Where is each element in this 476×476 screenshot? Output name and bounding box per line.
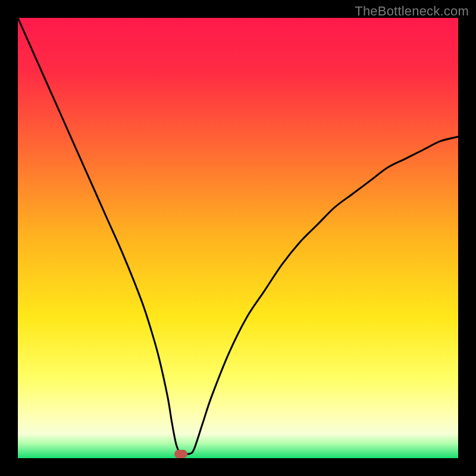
optimal-point-marker [174, 450, 187, 458]
watermark-text: TheBottleneck.com [355, 4, 469, 19]
chart-frame: TheBottleneck.com [0, 0, 476, 476]
gradient-background [18, 18, 458, 458]
plot-area [18, 18, 458, 458]
chart-svg [18, 18, 458, 458]
